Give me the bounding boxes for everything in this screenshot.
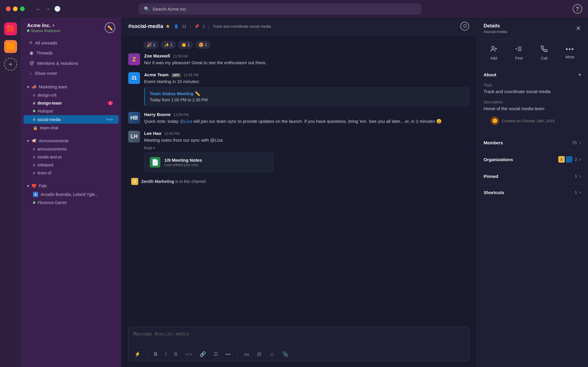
text-size-button[interactable]: Aa xyxy=(243,351,250,358)
details-panel: Details #social-media ✕ Add xyxy=(476,18,588,367)
bold-button[interactable]: B xyxy=(153,350,159,358)
pinned-chevron-icon: › xyxy=(579,173,581,179)
add-workspace-button[interactable]: + xyxy=(4,58,17,71)
shortcuts-section-row[interactable]: Shortcuts 1 › xyxy=(477,184,588,200)
members-section-row[interactable]: Members 21 › xyxy=(477,135,588,151)
workspace-icon-primary[interactable]: 🟥 xyxy=(4,22,17,35)
organizations-section-row[interactable]: Organizations Z 2 › xyxy=(477,151,588,168)
section-icon-marketing: 📣 xyxy=(31,85,36,89)
post-label[interactable]: Post ▾ xyxy=(144,146,469,150)
avatar-zoe: Z xyxy=(128,53,140,65)
close-details-button[interactable]: ✕ xyxy=(576,25,581,32)
topic-value: Track and coordinate social media xyxy=(484,88,581,95)
doc-title: 1/9 Meeting Notes xyxy=(164,158,202,163)
reaction-heart-eyes[interactable]: 😍 1 xyxy=(195,41,210,49)
code-button[interactable]: </> xyxy=(184,351,193,358)
bookmark-icon: ⟺ xyxy=(106,117,113,122)
channel-team-chat[interactable]: 🔒 team-chat xyxy=(24,124,119,132)
reaction-clap[interactable]: 👏 1 xyxy=(178,41,193,49)
channel-social-media[interactable]: # social-media ⟺ xyxy=(24,115,119,124)
help-button[interactable]: ? xyxy=(573,4,582,14)
svg-point-0 xyxy=(492,46,494,49)
message-toolbar: ⚡ B I S </> 🔗 ☰ ••• Aa @ ☺ 📎 xyxy=(129,347,469,361)
info-button[interactable]: ⓘ xyxy=(460,22,469,31)
section-members: Members 21 › xyxy=(477,135,588,151)
sender-name: Harry Boone xyxy=(144,112,171,117)
channel-released[interactable]: # released xyxy=(24,161,119,169)
channel-team-sf[interactable]: # team-sf xyxy=(24,169,119,177)
action-find[interactable]: Find xyxy=(515,45,523,60)
sidebar-item-threads[interactable]: ◉ Threads xyxy=(24,48,119,58)
action-call[interactable]: Call xyxy=(541,45,548,60)
hash-icon: # xyxy=(33,117,35,122)
org-avatar-b xyxy=(566,156,572,163)
back-button[interactable]: ← xyxy=(35,6,41,12)
sidebar-item-show-more[interactable]: ↓ Show more xyxy=(24,68,119,78)
person-icon: 👤 xyxy=(174,24,179,29)
section-header-pals[interactable]: ▾ ❤️ Pals xyxy=(21,182,121,190)
minimize-button[interactable] xyxy=(13,6,18,11)
action-add[interactable]: Add xyxy=(490,45,497,60)
more-formatting-button[interactable]: ••• xyxy=(224,350,232,358)
online-dot-icon xyxy=(33,110,35,112)
app-body: 🟥 🟧 + Acme Inc. ▾ Sharon Robinson ✏️ ≡ A… xyxy=(0,18,588,367)
find-label: Find xyxy=(515,56,523,60)
lightning-button[interactable]: ⚡ xyxy=(133,350,142,358)
search-bar[interactable]: 🔍 Search Acme Inc xyxy=(139,4,421,14)
emoji-button[interactable]: ☺ xyxy=(268,350,276,358)
action-more[interactable]: ••• More xyxy=(566,45,574,60)
details-header: Details #social-media ✕ xyxy=(477,18,588,39)
dm-arcadio[interactable]: A Arcadio Buendia, Leland Ygle... xyxy=(24,190,119,199)
mention-liza[interactable]: @Liza xyxy=(180,119,192,124)
dm-florence[interactable]: Florence Garret xyxy=(24,199,119,206)
hash-icon: # xyxy=(33,171,35,175)
workspace-title[interactable]: Acme Inc. ▾ xyxy=(27,23,60,29)
sidebar-item-all-unreads[interactable]: ≡ All unreads xyxy=(24,38,119,47)
message-content-acme: Acme Team APP 12:45 PM Event starting in… xyxy=(144,72,469,106)
details-actions: Add Find Ca xyxy=(477,39,588,67)
pinned-count: 1 xyxy=(575,174,577,178)
strikethrough-button[interactable]: S xyxy=(173,350,179,358)
topic-text: Track and coordinate social media xyxy=(213,24,271,29)
doc-card[interactable]: 📄 1/9 Meeting Notes Last edited just now xyxy=(144,153,274,172)
compose-button[interactable]: ✏️ xyxy=(105,22,115,33)
message-harry: HB Harry Boone 12:58 PM Quick note: toda… xyxy=(128,112,469,125)
maximize-button[interactable] xyxy=(20,6,25,11)
pinned-section-row[interactable]: Pinned 1 › xyxy=(477,168,588,184)
threads-icon: ◉ xyxy=(29,50,34,56)
channel-design-crit[interactable]: # design-crit xyxy=(24,91,119,99)
message-content-harry: Harry Boone 12:58 PM Quick note: today @… xyxy=(144,112,469,125)
forward-button[interactable]: → xyxy=(45,6,51,12)
section-header-marketing[interactable]: ▾ 📣 Marketing team xyxy=(21,83,121,91)
channel-announcements[interactable]: # announcements xyxy=(24,145,119,153)
history-button[interactable]: 🕐 xyxy=(54,6,61,12)
sidebar-item-mentions[interactable]: @ Mentions & reactions xyxy=(24,58,119,68)
event-card[interactable]: Team Status Meeting ✏️ Today from 1:00 P… xyxy=(144,87,469,106)
reaction-sparkle[interactable]: ✨ 1 xyxy=(161,41,176,49)
hash-icon: # xyxy=(33,93,35,97)
members-chevron-icon: › xyxy=(579,140,581,145)
message-input[interactable] xyxy=(129,327,469,346)
icon-rail: 🟥 🟧 + xyxy=(0,18,21,367)
description-field: Description Home of the social media tea… xyxy=(484,100,581,112)
pinned-right: 1 › xyxy=(575,173,581,179)
close-button[interactable] xyxy=(6,6,11,11)
reaction-party[interactable]: 🎉 1 xyxy=(144,41,159,49)
italic-button[interactable]: I xyxy=(164,350,168,358)
mention-button[interactable]: @ xyxy=(256,350,263,358)
doc-subtitle: Last edited just now xyxy=(164,163,202,167)
workspace-icon-secondary[interactable]: 🟧 xyxy=(4,40,17,53)
org-avatar-z: Z xyxy=(558,156,565,163)
section-marketing-team: ▾ 📣 Marketing team # design-crit # desig… xyxy=(21,83,121,132)
about-section-row[interactable]: About ▾ xyxy=(477,67,588,83)
channel-media-and-pr[interactable]: # media-and-pr xyxy=(24,153,119,161)
channel-hubspot[interactable]: Hubspot xyxy=(24,107,119,115)
star-icon[interactable]: ★ xyxy=(166,24,170,29)
section-header-announcements[interactable]: ▾ 📢 Announcements xyxy=(21,137,121,145)
link-button[interactable]: 🔗 xyxy=(199,350,207,358)
attach-button[interactable]: 📎 xyxy=(281,350,289,358)
list-button[interactable]: ☰ xyxy=(212,350,219,358)
channel-design-team[interactable]: # design-team 1 xyxy=(24,99,119,107)
reaction-row: 🎉 1 ✨ 1 👏 1 😍 1 xyxy=(128,41,469,49)
hash-icon: # xyxy=(33,163,35,167)
